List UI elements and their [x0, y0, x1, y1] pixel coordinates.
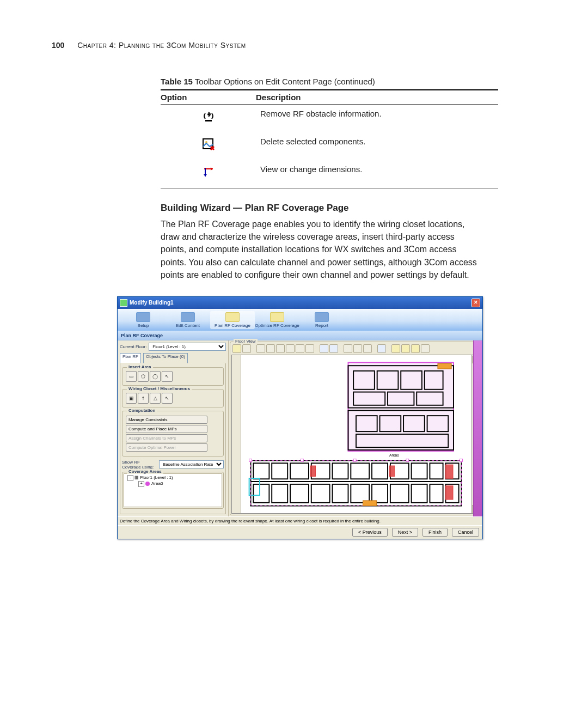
manage-constraints-button[interactable]: Manage Constraints	[126, 416, 207, 424]
tree-floor-node[interactable]: -▦ Floor1 (Level : 1)	[125, 475, 220, 481]
cancel-button[interactable]: Cancel	[452, 528, 479, 537]
page-header: 100 Chapter 4: Planning the 3Com Mobilit…	[52, 41, 536, 50]
layer-icon-3[interactable]	[363, 344, 372, 353]
window-titlebar[interactable]: Modify Building1 ✕	[118, 297, 482, 309]
pencil-icon[interactable]	[232, 344, 241, 353]
next-button[interactable]: Next >	[392, 528, 418, 537]
wiring-closet-icon[interactable]: ▣	[126, 393, 137, 404]
compute-place-mps-button[interactable]: Compute and Place MPs	[126, 425, 207, 433]
previous-button[interactable]: < Previous	[352, 528, 388, 537]
undo-icon[interactable]	[320, 344, 328, 353]
close-icon[interactable]: ✕	[471, 299, 480, 307]
window-title: Modify Building1	[130, 300, 174, 306]
table-row: View or change dimensions.	[161, 160, 498, 188]
hint-text: Define the Coverage Area and Wiring clos…	[118, 516, 482, 525]
wiring-pointer-icon[interactable]: ↖	[162, 393, 173, 404]
step-plan-rf[interactable]: Plan RF Coverage	[210, 311, 255, 329]
print-icon[interactable]	[305, 344, 314, 353]
svg-rect-1	[205, 120, 212, 121]
right-panel: Floor View	[229, 340, 482, 516]
step-report[interactable]: Report	[299, 311, 344, 329]
group-insert-area: Insert Area ▭ ⬠ ◯ ↖	[122, 367, 224, 386]
svg-rect-58	[438, 363, 451, 369]
app-icon	[120, 299, 127, 307]
stage-subheader: Plan RF Coverage	[118, 331, 482, 340]
coverage-tree[interactable]: -▦ Floor1 (Level : 1) +Area0	[124, 473, 222, 507]
ap-options-icon-1[interactable]	[391, 344, 400, 353]
page-number: 100	[52, 41, 64, 50]
zoom-reset-icon[interactable]	[286, 344, 295, 353]
tab-plan-rf[interactable]: Plan RF	[120, 353, 141, 363]
svg-rect-36	[253, 484, 269, 503]
redo-icon[interactable]	[329, 344, 338, 353]
layer-icon-2[interactable]	[353, 344, 362, 353]
insert-area-pointer-icon[interactable]: ↖	[162, 371, 173, 382]
svg-rect-49	[445, 465, 453, 478]
insert-poly-icon[interactable]: ⬠	[138, 371, 149, 382]
table-desc: Remove RF obstacle information.	[256, 105, 498, 133]
floor-plan-drawing: Area0	[243, 357, 469, 511]
more-icon[interactable]	[421, 344, 430, 353]
col-option: Option	[161, 90, 256, 105]
group-coverage-areas: Coverage Areas -▦ Floor1 (Level : 1) +Ar…	[122, 472, 224, 509]
floor-toolbar	[231, 343, 480, 355]
svg-rect-50	[445, 486, 453, 500]
pan-icon[interactable]	[296, 344, 304, 353]
svg-rect-57	[460, 459, 463, 461]
assign-channels-button: Assign Channels to MPs	[126, 434, 207, 442]
report-icon	[315, 312, 329, 322]
section-heading: Building Wizard — Plan RF Coverage Page	[161, 203, 536, 214]
vertical-ruler	[232, 355, 241, 513]
svg-point-0	[207, 113, 210, 115]
expand-icon[interactable]: +	[138, 481, 144, 487]
section-body: The Plan RF Coverage page enables you to…	[161, 218, 482, 281]
group-wiring-closet: Wiring Closet / Miscellaneous ▣ ⫯ △ ↖	[122, 389, 224, 407]
ap-options-icon-3[interactable]	[411, 344, 420, 353]
zoom-out-icon[interactable]	[276, 344, 285, 353]
dimensions-icon	[201, 165, 216, 180]
chapter-label: Chapter 4: Planning the 3Com Mobility Sy…	[77, 41, 246, 50]
current-floor-select[interactable]: Floor1 (Level : 1)	[149, 343, 226, 351]
step-setup[interactable]: Setup	[121, 311, 166, 329]
panel-resizer[interactable]	[473, 340, 482, 516]
area-label: Area0	[389, 453, 399, 457]
table-row: Remove RF obstacle information.	[161, 105, 498, 133]
wizard-button-bar: < Previous Next > Finish Cancel	[118, 525, 482, 539]
svg-rect-41	[351, 484, 369, 503]
tree-area-node[interactable]: +Area0	[125, 481, 220, 487]
table-desc: View or change dimensions.	[256, 160, 498, 188]
svg-rect-47	[310, 466, 316, 476]
show-rf-label: Show RF Coverage using:	[122, 460, 157, 470]
insert-ellipse-icon[interactable]: ◯	[150, 371, 161, 382]
chart-icon[interactable]	[377, 344, 386, 353]
rf-detector-icon[interactable]: ⫯	[138, 393, 149, 404]
svg-rect-38	[290, 484, 309, 503]
step-edit-content[interactable]: Edit Content	[166, 311, 210, 329]
svg-rect-33	[412, 463, 427, 479]
delete-components-icon	[201, 137, 216, 152]
svg-rect-43	[390, 484, 409, 503]
svg-rect-37	[272, 484, 287, 503]
finish-button[interactable]: Finish	[422, 528, 448, 537]
third-party-ap-icon[interactable]: △	[150, 393, 161, 404]
svg-marker-5	[211, 167, 213, 171]
layer-icon-1[interactable]	[344, 344, 352, 353]
svg-rect-54	[301, 459, 303, 461]
svg-rect-44	[412, 484, 427, 503]
zoom-in-icon[interactable]	[266, 344, 275, 353]
select-icon[interactable]	[242, 344, 251, 353]
tab-objects-to-place[interactable]: Objects To Place (0)	[143, 353, 188, 363]
fit-icon[interactable]	[256, 344, 265, 353]
svg-rect-53	[249, 459, 252, 461]
step-optimize-rf[interactable]: Optimize RF Coverage	[255, 311, 299, 329]
floor-canvas[interactable]: Area0	[231, 355, 480, 514]
collapse-icon[interactable]: -	[127, 475, 133, 481]
compute-power-button: Compute Optimal Power	[126, 443, 207, 452]
ap-options-icon-2[interactable]	[401, 344, 410, 353]
insert-rect-icon[interactable]: ▭	[126, 371, 137, 382]
toolbar-options-table: Option Description Remove RF obstacle in…	[161, 89, 498, 188]
document-page: 100 Chapter 4: Planning the 3Com Mobilit…	[0, 0, 588, 567]
show-rf-select[interactable]: Baseline Association Rate	[159, 460, 224, 468]
svg-rect-29	[332, 463, 348, 479]
col-description: Description	[256, 90, 498, 105]
